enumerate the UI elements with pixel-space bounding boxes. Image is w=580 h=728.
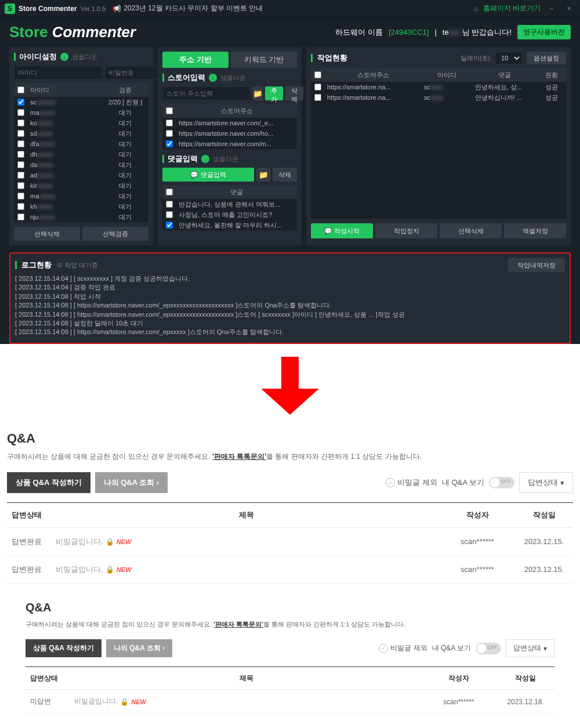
comment-row[interactable]: 반갑습니다, 상품에 관해서 여쭤보... <box>162 199 297 209</box>
delete-selected-button[interactable]: 선택삭제 <box>14 227 80 241</box>
comment-row[interactable]: 안녕하세요, 올한해 잘 마무리 하시... <box>162 220 297 230</box>
add-store-button[interactable]: 추가 <box>265 86 283 100</box>
id-row[interactable]: sdxxxxx 대기 <box>14 128 148 139</box>
sample-download-link[interactable]: 샘플다운 <box>220 74 246 82</box>
log-line: [ 2023.12.15.14:08 ] 작업 시작 <box>15 292 565 301</box>
select-all-checkbox[interactable] <box>17 86 24 93</box>
my-qna-toggle[interactable]: OFF <box>489 477 514 488</box>
store-row[interactable]: https://smartstore.naver.com/ho... <box>162 128 297 139</box>
col-id: 아이디 <box>28 86 102 95</box>
row-checkbox[interactable] <box>166 222 173 229</box>
row-checkbox[interactable] <box>17 99 24 106</box>
download-icon[interactable]: ↓ <box>209 74 217 82</box>
row-checkbox[interactable] <box>17 172 24 179</box>
row-checkbox[interactable] <box>166 130 173 137</box>
row-status: 답변완료 <box>7 537 53 547</box>
my-qna-toggle[interactable]: OFF <box>476 643 501 654</box>
sample-download-link[interactable]: 샘플다운 <box>72 53 97 61</box>
id-input[interactable] <box>14 66 102 79</box>
status-filter-select[interactable]: 답변상태 ▾ <box>519 472 573 493</box>
id-row[interactable]: scxxxxxx 2/20 [ 진행 ] <box>14 97 148 107</box>
row-checkbox[interactable] <box>17 130 24 137</box>
save-log-button[interactable]: 작업내역저장 <box>508 258 565 272</box>
row-checkbox[interactable] <box>17 161 24 168</box>
id-row[interactable]: njuxxxxx 대기 <box>14 212 148 222</box>
row-checkbox[interactable] <box>17 109 24 116</box>
exclude-secret-option[interactable]: ✓비밀글 제외 <box>379 643 427 653</box>
comment-row[interactable]: 사장님, 스토어 매출 고민이시죠? <box>162 209 297 220</box>
home-link[interactable]: 홈페이지 바로가기 <box>483 3 541 13</box>
folder-button[interactable]: 📁 <box>253 86 263 100</box>
id-row[interactable]: dhxxxxx 대기 <box>14 149 148 160</box>
comment-input-button[interactable]: 💬 댓글입력 <box>162 168 254 182</box>
write-qna-button[interactable]: 상품 Q&A 작성하기 <box>7 472 90 493</box>
greeting-text: 님 반갑습니다! <box>462 28 512 37</box>
row-checkbox[interactable] <box>17 140 24 147</box>
id-row[interactable]: maxxxxx 대기 <box>14 107 148 118</box>
select-all-checkbox[interactable] <box>166 189 173 195</box>
id-row[interactable]: kirxxxxx 대기 <box>14 180 148 191</box>
my-qna-button[interactable]: 나의 Q&A 조회 › <box>95 472 168 493</box>
tab-keyword[interactable]: 키워드 기반 <box>231 52 297 68</box>
row-date: 2023.12.18. <box>496 698 554 706</box>
id-row[interactable]: adxxxxx 대기 <box>14 170 148 180</box>
start-button[interactable]: 💬 작성시작 <box>311 223 373 238</box>
seller-chat-link[interactable]: '판매자 톡톡문의' <box>212 452 266 461</box>
exclude-secret-option[interactable]: ✓비밀글 제외 <box>386 477 437 488</box>
select-all-checkbox[interactable] <box>314 71 321 78</box>
seller-chat-link[interactable]: '판매자 톡톡문의' <box>214 621 263 628</box>
qna-title: Q&A <box>7 431 573 446</box>
download-icon[interactable]: ↓ <box>201 155 209 163</box>
work-row[interactable]: https://smartstore.na... scxxxx 안녕하십니까! … <box>311 92 566 103</box>
row-checkbox[interactable] <box>314 94 321 101</box>
row-checkbox[interactable] <box>166 211 173 218</box>
download-icon[interactable]: ↓ <box>60 53 68 61</box>
id-row[interactable]: daxxxxx 대기 <box>14 160 148 170</box>
delete-comment-button[interactable]: 삭제 <box>273 168 297 182</box>
qna-description: 구매하시려는 상품에 대해 궁금한 점이 있으신 경우 문의해주세요. '판매자… <box>7 452 573 462</box>
row-checkbox[interactable] <box>314 84 321 90</box>
store-row[interactable]: https://smartstore.naver.com/m... <box>162 139 297 149</box>
select-all-checkbox[interactable] <box>166 107 173 114</box>
arrow-indicator <box>0 351 580 426</box>
row-checkbox[interactable] <box>17 182 24 189</box>
folder-button[interactable]: 📁 <box>256 168 270 182</box>
write-qna-button[interactable]: 상품 Q&A 작성하기 <box>26 639 102 657</box>
row-checkbox[interactable] <box>17 203 24 210</box>
work-status-panel: 작업현황 딜레이(초) 10 옵션설정 스토어주소 아이디 댓글 현황 http… <box>306 47 571 245</box>
row-checkbox[interactable] <box>166 201 173 208</box>
qna-row[interactable]: 미답변 비밀글입니다. 🔒 NEW scan****** 2023.12.18. <box>26 690 554 714</box>
excel-save-button[interactable]: 엑셀저장 <box>504 223 566 238</box>
store-row[interactable]: https://smartstore.naver.com/_e... <box>162 118 297 128</box>
row-title: 비밀글입니다. 🔒 NEW <box>56 537 437 547</box>
my-qna-button[interactable]: 나의 Q&A 조회 › <box>106 639 172 657</box>
qna-row[interactable]: 답변완료 비밀글입니다. 🔒 NEW scan****** 2023.12.15… <box>7 528 573 556</box>
sample-download-link[interactable]: 샘플다운 <box>213 155 238 164</box>
row-checkbox[interactable] <box>166 119 173 126</box>
row-status: 미답변 <box>26 697 72 707</box>
row-checkbox[interactable] <box>17 193 24 200</box>
status-filter-select[interactable]: 답변상태 ▾ <box>506 639 554 657</box>
row-checkbox[interactable] <box>17 119 24 126</box>
minimize-button[interactable]: − <box>545 2 558 15</box>
new-badge: NEW <box>117 566 132 573</box>
delay-select[interactable]: 10 <box>495 52 522 64</box>
id-row[interactable]: koxxxxx 대기 <box>14 118 148 128</box>
delete-store-button[interactable]: 삭제 <box>285 86 303 100</box>
option-settings-button[interactable]: 옵션설정 <box>527 52 566 64</box>
id-row[interactable]: khxxxxx 대기 <box>14 201 148 212</box>
verify-selected-button[interactable]: 선택검증 <box>82 227 148 241</box>
tab-address[interactable]: 주소 기반 <box>162 52 229 68</box>
close-button[interactable]: × <box>563 2 575 15</box>
id-row[interactable]: maxxxxx 대기 <box>14 191 148 201</box>
store-url-input[interactable] <box>162 86 251 100</box>
row-checkbox[interactable] <box>17 151 24 158</box>
row-author: scan****** <box>440 565 515 574</box>
work-row[interactable]: https://smartstore.na... scxxxx 안녕하세요, 상… <box>311 82 566 92</box>
delete-selected-button[interactable]: 선택삭제 <box>440 223 502 238</box>
stop-button[interactable]: 작업정지 <box>375 223 437 238</box>
id-row[interactable]: dfaxxxxx 대기 <box>14 139 148 149</box>
row-checkbox[interactable] <box>166 140 173 147</box>
row-checkbox[interactable] <box>17 213 24 220</box>
qna-row[interactable]: 답변완료 비밀글입니다. 🔒 NEW scan****** 2023.12.15… <box>7 556 573 584</box>
